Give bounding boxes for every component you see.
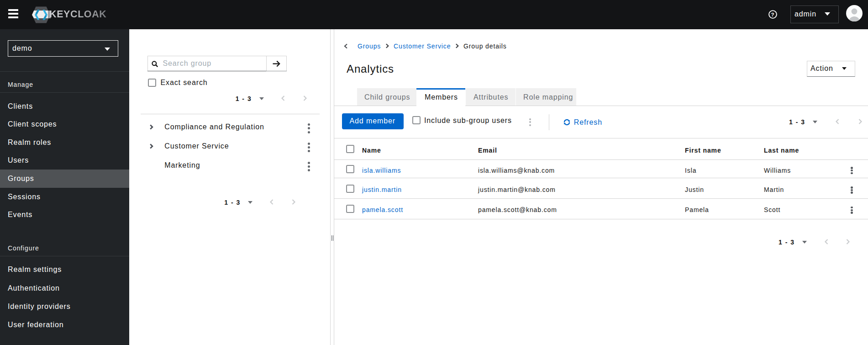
svg-text:?: ? [771, 12, 775, 17]
